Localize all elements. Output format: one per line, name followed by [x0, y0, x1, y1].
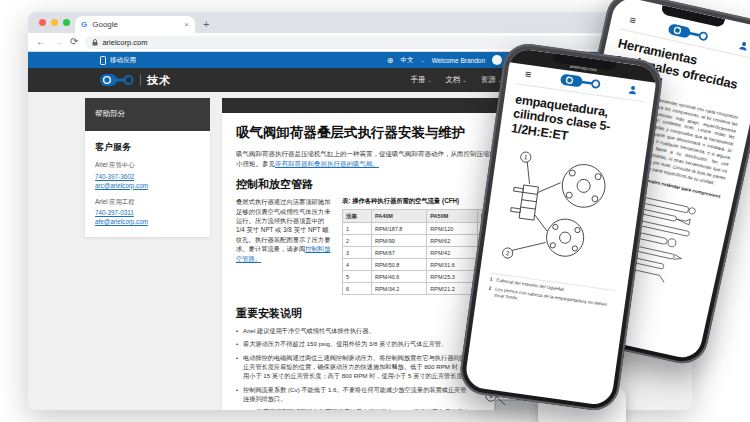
back-icon[interactable]: ← [36, 37, 46, 47]
hamburger-menu-icon[interactable]: ≡ [628, 14, 637, 26]
installation-notes: 重要安装说明 Ariel 建议使用干净空气或惰性气体操作执行器。最大驱动压力不得… [236, 302, 471, 410]
intro-link[interactable]: 带有卸荷器和叠层执行器的吸气阀。 [275, 160, 379, 167]
table-cell: RPM/42 [427, 247, 478, 259]
language-selector[interactable]: 中文 [400, 56, 413, 65]
table-column-header: 活塞 [343, 210, 372, 223]
note-item: 控制阀流量系数 (Cv) 不能低于 1.6。不要将任何可能减少放空流量的装置或丘… [236, 385, 471, 404]
lock-icon [92, 39, 98, 46]
packing-diagram-image: 1 2 [490, 139, 637, 284]
close-window-button[interactable] [39, 19, 46, 26]
table-cell: RPM/40.6 [371, 271, 426, 283]
refresh-icon[interactable]: ⟳ [70, 37, 78, 47]
window-controls[interactable] [39, 19, 70, 26]
ariel-logo-icon [664, 21, 712, 44]
table-cell: 4 [343, 259, 372, 271]
user-avatar[interactable] [492, 55, 502, 65]
site-logo[interactable]: 技术 [100, 73, 171, 88]
welcome-text: Welcome Brandon [432, 57, 485, 64]
note-item: Ariel 卸荷器装配图标明操作卸荷器所需的最小驱动压力。Ariel 建议对工作… [236, 407, 471, 410]
globe-icon: ⊕ [387, 56, 394, 65]
help-sidebar: 帮助部分 客户服务 Ariel 应答中心 740-397-3602 arc@ar… [85, 98, 210, 237]
tab-strip: G Google × + [28, 12, 692, 33]
hamburger-menu-icon[interactable]: ≡ [524, 69, 532, 81]
customer-service-card: 客户服务 Ariel 应答中心 740-397-3602 arc@arielco… [85, 131, 210, 237]
table-cell: 6 [343, 283, 372, 295]
table-cell: 5 [343, 271, 372, 283]
chevron-down-icon: ⌄ [463, 77, 467, 83]
maximize-window-button[interactable] [63, 19, 70, 26]
nav-menu-documents[interactable]: 文档⌄ [446, 75, 467, 85]
table-cell: RPM/34.2 [371, 283, 426, 295]
table-cell: RPM/21.2 [427, 283, 478, 295]
forward-icon[interactable]: → [53, 37, 63, 47]
chevron-down-icon: ⌄ [427, 77, 431, 83]
table-cell: RPM/67 [371, 247, 426, 259]
ariel-logo-icon [100, 73, 134, 87]
new-tab-button[interactable]: + [203, 18, 209, 30]
table-cell: RPM/50.8 [371, 259, 426, 271]
table-column-header: PA50M [427, 210, 478, 223]
table-column-header: PA40M [371, 210, 426, 223]
table-cell: RPM/62 [427, 235, 478, 247]
table-cell: 1 [343, 223, 372, 235]
minimize-window-button[interactable] [51, 19, 58, 26]
note-item: Ariel 建议使用干净空气或惰性气体操作执行器。 [236, 326, 471, 335]
section-body: 叠层式执行器通过向活塞顶部施加足够的仪表空气或惰性气体压力来运行。压力流经执行器… [236, 197, 332, 295]
contact-email-link[interactable]: arc@arielcorp.com [95, 182, 200, 189]
customer-service-title: 客户服务 [95, 141, 200, 154]
contact-email-link[interactable]: afe@arielcorp.com [95, 218, 200, 225]
table-cell: RPM/25.3 [427, 271, 478, 283]
nav-menu-manuals[interactable]: 手册⌄ [410, 75, 431, 85]
tab-close-icon[interactable]: × [184, 20, 189, 29]
section-heading-install: 重要安装说明 [236, 306, 471, 321]
browser-tab[interactable]: G Google × [75, 16, 195, 33]
tab-title: Google [92, 20, 179, 29]
note-item: 最大驱动压力不得超过 150 psig。使用外径为 3/8 英寸的执行气体丘宾管… [236, 339, 471, 348]
contact-phone-link[interactable]: 740-397-3602 [95, 173, 200, 180]
account-icon[interactable] [627, 84, 638, 95]
mobile-app-link[interactable]: 移动应用 [110, 56, 136, 65]
mobile-phone-icon [100, 56, 106, 65]
google-favicon-icon: G [81, 20, 87, 29]
sidebar-header: 帮助部分 [85, 98, 210, 131]
ariel-logo-icon [556, 72, 603, 91]
language-chevron-icon: ⌄ [420, 57, 424, 63]
table-cell: 2 [343, 235, 372, 247]
contact-group: Ariel 应用工程 740-397-0311 afe@arielcorp.co… [95, 198, 200, 226]
table-cell: RPM/120 [427, 223, 478, 235]
contact-name: Ariel 应用工程 [95, 198, 200, 207]
url-text: arielcorp.com [102, 38, 147, 47]
table-cell: RPM/99 [371, 235, 426, 247]
table-cell: RPM/31.6 [427, 259, 478, 271]
table-cell: RPM/187.8 [371, 223, 426, 235]
browser-toolbar: ← → ⟳ arielcorp.com ☆ ⋮ [28, 33, 692, 52]
note-item: 电动操控的电磁阀通过两位三通阀控制驱动压力。将控制阀放置在它与执行器间的丘宾管长… [236, 353, 471, 381]
contact-phone-link[interactable]: 740-397-0311 [95, 209, 200, 216]
table-cell: 3 [343, 247, 372, 259]
notes-list: Ariel 建议使用干净空气或惰性气体操作执行器。最大驱动压力不得超过 150 … [236, 326, 471, 410]
contact-name: Ariel 应答中心 [95, 161, 200, 170]
account-icon[interactable] [738, 39, 750, 51]
site-brand: 技术 [147, 73, 171, 88]
site-nav-menus: 手册⌄ 文档⌄ 资源⌄ [410, 75, 502, 85]
nav-menu-resources[interactable]: 资源⌄ [481, 75, 502, 85]
logo-divider [140, 74, 141, 86]
contact-group: Ariel 应答中心 740-397-3602 arc@arielcorp.co… [95, 161, 200, 189]
